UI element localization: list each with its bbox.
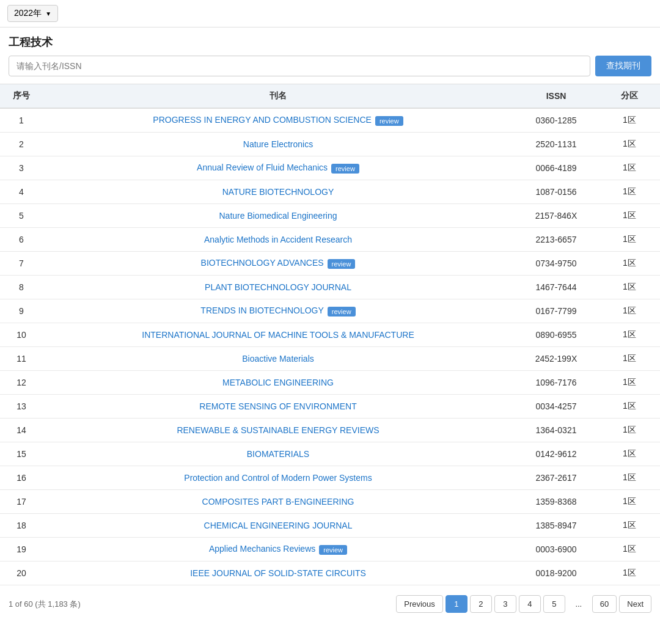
cell-zone: 1区 [599, 371, 660, 395]
cell-name: PROGRESS IN ENERGY AND COMBUSTION SCIENC… [43, 108, 513, 133]
search-button[interactable]: 查找期刊 [595, 56, 651, 76]
cell-zone: 1区 [599, 133, 660, 156]
cell-issn: 1096-7176 [513, 371, 599, 395]
journal-link[interactable]: Nature Biomedical Engineering [219, 211, 337, 221]
journal-link[interactable]: Applied Mechanics Reviews [209, 544, 315, 554]
cell-name: INTERNATIONAL JOURNAL OF MACHINE TOOLS &… [43, 323, 513, 347]
cell-name: COMPOSITES PART B-ENGINEERING [43, 490, 513, 514]
cell-name: NATURE BIOTECHNOLOGY [43, 180, 513, 204]
search-bar: 查找期刊 [0, 56, 660, 84]
journal-link[interactable]: CHEMICAL ENGINEERING JOURNAL [204, 521, 353, 530]
page-btn-next[interactable]: Next [619, 595, 651, 613]
cell-index: 2 [0, 133, 43, 156]
table-row: 5Nature Biomedical Engineering2157-846X1… [0, 204, 660, 228]
journal-link[interactable]: BIOMATERIALS [247, 449, 309, 459]
table-row: 13REMOTE SENSING OF ENVIRONMENT0034-4257… [0, 395, 660, 419]
cell-name: Bioactive Materials [43, 347, 513, 371]
table-row: 7BIOTECHNOLOGY ADVANCESreview0734-97501区 [0, 252, 660, 276]
cell-zone: 1区 [599, 108, 660, 133]
header-index: 序号 [0, 84, 43, 109]
table-row: 17COMPOSITES PART B-ENGINEERING1359-8368… [0, 490, 660, 514]
journal-link[interactable]: Annual Review of Fluid Mechanics [197, 163, 328, 172]
cell-zone: 1区 [599, 347, 660, 371]
cell-issn: 0066-4189 [513, 156, 599, 180]
cell-issn: 2520-1131 [513, 133, 599, 156]
cell-index: 4 [0, 180, 43, 204]
cell-name: PLANT BIOTECHNOLOGY JOURNAL [43, 276, 513, 299]
page-btn-5[interactable]: 5 [543, 595, 565, 613]
journal-link[interactable]: REMOTE SENSING OF ENVIRONMENT [199, 401, 356, 411]
cell-issn: 1359-8368 [513, 490, 599, 514]
table-row: 10INTERNATIONAL JOURNAL OF MACHINE TOOLS… [0, 323, 660, 347]
journal-link[interactable]: Nature Electronics [243, 139, 313, 149]
cell-name: Protection and Control of Modern Power S… [43, 466, 513, 490]
cell-issn: 2367-2617 [513, 466, 599, 490]
page-btn-prev[interactable]: Previous [396, 595, 443, 613]
review-badge: review [328, 259, 356, 269]
cell-zone: 1区 [599, 419, 660, 442]
cell-zone: 1区 [599, 180, 660, 204]
table-row: 12METABOLIC ENGINEERING1096-71761区 [0, 371, 660, 395]
journal-link[interactable]: COMPOSITES PART B-ENGINEERING [202, 497, 354, 507]
cell-name: RENEWABLE & SUSTAINABLE ENERGY REVIEWS [43, 419, 513, 442]
year-dropdown[interactable]: 2022年 [7, 5, 58, 22]
page-btn-4[interactable]: 4 [519, 595, 541, 613]
cell-name: Nature Electronics [43, 133, 513, 156]
review-badge: review [375, 116, 403, 126]
cell-issn: 0003-6900 [513, 538, 599, 562]
table-row: 18CHEMICAL ENGINEERING JOURNAL1385-89471… [0, 514, 660, 538]
cell-zone: 1区 [599, 442, 660, 466]
cell-name: Annual Review of Fluid Mechanicsreview [43, 156, 513, 180]
journal-table: 序号 刊名 ISSN 分区 1PROGRESS IN ENERGY AND CO… [0, 84, 660, 585]
cell-name: BIOMATERIALS [43, 442, 513, 466]
cell-issn: 0734-9750 [513, 252, 599, 276]
table-row: 8PLANT BIOTECHNOLOGY JOURNAL1467-76441区 [0, 276, 660, 299]
journal-link[interactable]: IEEE JOURNAL OF SOLID-STATE CIRCUITS [190, 568, 366, 578]
journal-link[interactable]: INTERNATIONAL JOURNAL OF MACHINE TOOLS &… [142, 330, 414, 340]
journal-link[interactable]: PLANT BIOTECHNOLOGY JOURNAL [205, 282, 351, 292]
journal-link[interactable]: PROGRESS IN ENERGY AND COMBUSTION SCIENC… [153, 115, 372, 125]
cell-name: IEEE JOURNAL OF SOLID-STATE CIRCUITS [43, 562, 513, 585]
cell-zone: 1区 [599, 466, 660, 490]
cell-index: 15 [0, 442, 43, 466]
cell-index: 3 [0, 156, 43, 180]
cell-zone: 1区 [599, 562, 660, 585]
journal-link[interactable]: Bioactive Materials [242, 354, 314, 364]
cell-index: 16 [0, 466, 43, 490]
cell-name: TRENDS IN BIOTECHNOLOGYreview [43, 299, 513, 323]
journal-link[interactable]: TRENDS IN BIOTECHNOLOGY [200, 306, 323, 315]
cell-zone: 1区 [599, 538, 660, 562]
page-btn-2[interactable]: 2 [470, 595, 492, 613]
cell-index: 9 [0, 299, 43, 323]
page-btn-60[interactable]: 60 [592, 595, 617, 613]
header-issn: ISSN [513, 84, 599, 109]
table-row: 9TRENDS IN BIOTECHNOLOGYreview0167-77991… [0, 299, 660, 323]
cell-issn: 0167-7799 [513, 299, 599, 323]
cell-index: 11 [0, 347, 43, 371]
cell-name: Applied Mechanics Reviewsreview [43, 538, 513, 562]
cell-issn: 1364-0321 [513, 419, 599, 442]
cell-name: Analytic Methods in Accident Research [43, 228, 513, 252]
cell-zone: 1区 [599, 204, 660, 228]
journal-link[interactable]: NATURE BIOTECHNOLOGY [222, 187, 334, 197]
table-row: 6Analytic Methods in Accident Research22… [0, 228, 660, 252]
journal-link[interactable]: BIOTECHNOLOGY ADVANCES [201, 258, 324, 268]
page-btn-3[interactable]: 3 [494, 595, 516, 613]
journal-link[interactable]: Protection and Control of Modern Power S… [184, 473, 372, 483]
page-btn-1[interactable]: 1 [446, 595, 468, 613]
search-input[interactable] [9, 56, 590, 76]
cell-name: BIOTECHNOLOGY ADVANCESreview [43, 252, 513, 276]
journal-link[interactable]: METABOLIC ENGINEERING [222, 378, 334, 387]
table-row: 4NATURE BIOTECHNOLOGY1087-01561区 [0, 180, 660, 204]
cell-name: CHEMICAL ENGINEERING JOURNAL [43, 514, 513, 538]
journal-link[interactable]: Analytic Methods in Accident Research [204, 235, 352, 244]
cell-index: 1 [0, 108, 43, 133]
cell-zone: 1区 [599, 299, 660, 323]
header-zone: 分区 [599, 84, 660, 109]
cell-zone: 1区 [599, 395, 660, 419]
cell-index: 6 [0, 228, 43, 252]
journal-link[interactable]: RENEWABLE & SUSTAINABLE ENERGY REVIEWS [177, 425, 379, 435]
pagination-info: 1 of 60 (共 1,183 条) [9, 599, 81, 610]
top-bar: 2022年 [0, 0, 660, 27]
pagination-ellipsis: ... [568, 596, 590, 612]
